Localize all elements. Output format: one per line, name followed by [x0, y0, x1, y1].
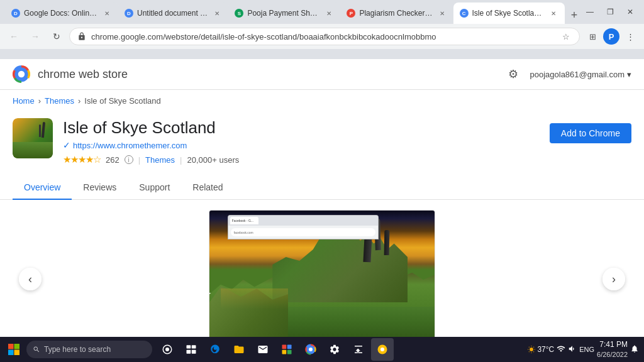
tab-5[interactable]: C Isle of Skye Scotland - Chro... ✕ — [453, 3, 565, 24]
new-tab-button[interactable]: + — [567, 6, 581, 24]
more-button[interactable]: ⋮ — [621, 28, 639, 45]
tab-related[interactable]: Related — [181, 176, 234, 200]
volume-icon[interactable] — [568, 344, 577, 354]
tab-4-favicon: P — [347, 9, 355, 18]
svg-rect-8 — [187, 345, 191, 348]
address-bar[interactable]: chrome.google.com/webstore/detail/isle-o… — [69, 28, 580, 45]
sun-icon — [527, 345, 536, 354]
office-button[interactable] — [275, 338, 298, 361]
cortana-icon — [162, 344, 173, 355]
carousel-prev[interactable]: ‹ — [19, 268, 42, 290]
chrome-pinned-button[interactable] — [371, 338, 394, 361]
tab-5-favicon: C — [460, 9, 469, 18]
user-email[interactable]: poojagola861@gmail.com ▾ — [530, 70, 631, 79]
start-button[interactable] — [3, 338, 25, 361]
extension-name: Isle of Skye Scotland — [63, 118, 540, 138]
language-indicator[interactable]: ENG — [579, 346, 594, 353]
notification-area: 37°C — [527, 344, 577, 354]
svg-point-17 — [309, 348, 313, 351]
clock[interactable]: 7:41 PM 6/26/2022 — [597, 340, 628, 359]
add-button-container: Add to Chrome — [550, 123, 631, 143]
extension-icon — [13, 118, 53, 158]
webstore-logo — [13, 65, 30, 83]
rating-count: 262 — [106, 155, 119, 165]
breadcrumb-home[interactable]: Home — [13, 96, 35, 106]
tab-1-close[interactable]: ✕ — [102, 8, 112, 18]
settings-icon[interactable]: ⚙ — [508, 67, 522, 81]
url-text: chrome.google.com/webstore/detail/isle-o… — [91, 32, 555, 41]
maximize-button[interactable]: ❐ — [601, 3, 619, 21]
taskbar-search[interactable]: Type here to search — [26, 341, 152, 358]
taskbar-icons — [156, 338, 394, 361]
address-icons: ☆ — [560, 31, 572, 42]
svg-rect-12 — [282, 345, 287, 349]
carousel-next[interactable]: › — [602, 268, 625, 290]
profile-button[interactable]: P — [602, 28, 620, 45]
chrome-taskbar-icon — [305, 344, 316, 355]
tab-2[interactable]: D Untitled document - Google... ✕ — [118, 3, 228, 24]
svg-rect-2 — [8, 344, 14, 349]
tab-overview[interactable]: Overview — [13, 176, 72, 200]
tab-reviews[interactable]: Reviews — [72, 176, 128, 200]
downloads-button[interactable] — [347, 338, 370, 361]
rating-info-icon[interactable]: i — [125, 155, 133, 164]
file-explorer-button[interactable] — [228, 338, 250, 361]
window-controls: — ❐ ✕ — [581, 0, 639, 24]
downloads-icon — [353, 344, 364, 355]
svg-rect-15 — [287, 350, 292, 354]
edge-button[interactable] — [204, 338, 226, 361]
tab-3-title: Pooja Payment Sheet - Goo... — [247, 9, 320, 18]
close-button[interactable]: ✕ — [621, 3, 639, 21]
webstore-header-right: ⚙ poojagola861@gmail.com ▾ — [508, 67, 631, 81]
tab-2-title: Untitled document - Google... — [137, 9, 208, 18]
task-view-button[interactable] — [180, 338, 203, 361]
page-content: chrome web store ⚙ poojagola861@gmail.co… — [0, 59, 644, 337]
profile-avatar: P — [603, 28, 619, 45]
tab-1-title: Google Docs: Online Docum... — [24, 9, 98, 18]
category-link[interactable]: Themes — [145, 155, 175, 165]
nav-bar: ← → ↻ chrome.google.com/webstore/detail/… — [0, 24, 644, 49]
network-icon[interactable] — [557, 344, 565, 354]
tab-1[interactable]: D Google Docs: Online Docum... ✕ — [5, 3, 118, 24]
cortana-button[interactable] — [156, 338, 179, 361]
tab-3-close[interactable]: ✕ — [324, 8, 334, 18]
breadcrumb-themes[interactable]: Themes — [45, 96, 74, 106]
tab-5-close[interactable]: ✕ — [548, 8, 558, 18]
taskbar-search-text: Type here to search — [44, 345, 111, 354]
tab-support[interactable]: Support — [128, 176, 181, 200]
tabs-navigation: Overview Reviews Support Related — [0, 175, 644, 200]
bookmark-icon[interactable]: ☆ — [560, 31, 572, 42]
tab-4-close[interactable]: ✕ — [437, 8, 447, 18]
tab-4[interactable]: P Plagiarism Checker - Free &... ✕ — [340, 3, 453, 24]
tab-2-favicon: D — [125, 9, 133, 18]
extension-author[interactable]: ✓ https://www.chromethemer.com — [63, 140, 540, 150]
mail-button[interactable] — [252, 338, 274, 361]
task-view-icon — [186, 344, 197, 355]
add-to-chrome-button[interactable]: Add to Chrome — [550, 123, 631, 143]
breadcrumb-current: Isle of Skye Scotland — [84, 96, 160, 106]
settings-taskbar-button[interactable] — [323, 338, 346, 361]
svg-rect-10 — [187, 350, 191, 354]
chrome-button[interactable] — [299, 338, 322, 361]
image-carousel: ‹ — [13, 210, 631, 337]
forward-button[interactable]: → — [26, 28, 44, 45]
notification-button[interactable] — [630, 344, 639, 354]
minimize-button[interactable]: — — [581, 3, 599, 21]
author-url[interactable]: https://www.chromethemer.com — [73, 141, 187, 150]
extension-info: Isle of Skye Scotland ✓ https://www.chro… — [63, 118, 540, 165]
tab-2-close[interactable]: ✕ — [212, 8, 222, 18]
reload-button[interactable]: ↻ — [48, 28, 65, 45]
mail-icon — [257, 344, 269, 355]
browser-chrome: D Google Docs: Online Docum... ✕ D Untit… — [0, 0, 644, 59]
extensions-button[interactable]: ⊞ — [584, 28, 601, 45]
windows-logo-icon — [8, 343, 20, 356]
svg-point-7 — [165, 348, 169, 351]
svg-rect-4 — [8, 350, 14, 356]
webstore-header: chrome web store ⚙ poojagola861@gmail.co… — [0, 59, 644, 90]
tab-3[interactable]: S Pooja Payment Sheet - Goo... ✕ — [228, 3, 340, 24]
users-count: 20,000+ users — [187, 155, 239, 165]
back-button[interactable]: ← — [5, 28, 23, 45]
tab-bar: D Google Docs: Online Docum... ✕ D Untit… — [0, 0, 644, 24]
temperature-value: 37°C — [537, 345, 554, 354]
breadcrumb: Home › Themes › Isle of Skye Scotland — [0, 90, 644, 112]
